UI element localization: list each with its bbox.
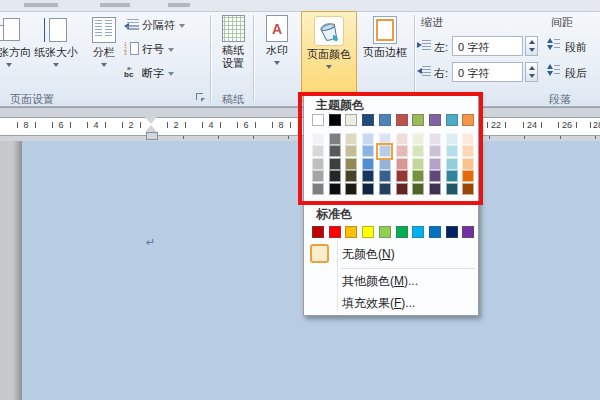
indent-left-input[interactable]: 0 字符 [452,36,523,56]
ruler-tick [122,122,123,128]
page-color-icon [314,16,344,46]
button-label: 稿纸 [222,44,244,57]
cropped-text-remnant [100,3,130,7]
ruler-tab-tick [595,136,596,139]
ruler-number: 28 [590,119,600,131]
ruler-tick [17,122,18,128]
chevron-down-icon [6,63,12,67]
grid-paper-icon [222,15,245,42]
standard-color-swatch[interactable] [329,226,341,238]
page-shadow [13,141,22,400]
button-label: 页面边框 [363,46,407,59]
first-line-indent-marker[interactable] [145,117,157,124]
ruler-tab-tick [218,136,219,139]
standard-color-swatch[interactable] [446,226,458,238]
more-colors-menu-item[interactable]: 其他颜色(M)... [305,270,477,292]
standard-color-swatch[interactable] [312,226,324,238]
ruler-tab-tick [253,136,254,139]
ruler-tick [167,122,168,128]
button-label: 行号 [142,42,164,57]
standard-color-swatch[interactable] [429,226,441,238]
ruler-tick [70,122,71,128]
fill-effects-menu-item[interactable]: 填充效果(F)... [305,292,477,315]
ruler-tick [35,122,36,128]
no-color-menu-item[interactable]: 无颜色(N) [305,241,477,267]
standard-color-swatch[interactable] [345,226,357,238]
columns-button[interactable]: 分栏 [84,13,124,105]
ruler-tab-tick [524,136,525,139]
ruler-tick [523,122,524,128]
hyphenation-button[interactable]: a- bc 断字 [124,63,174,83]
breaks-icon [124,19,139,31]
ruler-tick [487,122,488,128]
ruler-tick [220,122,221,128]
button-label: 分栏 [93,46,115,59]
ruler-number: 2 [168,119,184,131]
ruler-number: 6 [53,119,69,131]
standard-color-swatch[interactable] [412,226,424,238]
chevron-down-icon [168,48,174,52]
chevron-down-icon [179,24,185,28]
ruler-tick [140,122,141,128]
page-orientation-icon [0,16,25,44]
ruler-tick [237,122,238,128]
button-label: 纸张大小 [34,46,78,59]
ruler-tick [541,122,542,128]
ruler-number: 2 [123,119,139,131]
ruler-tick [576,122,577,128]
group-label-grid-paper: 稿纸 [222,92,244,107]
standard-colors-title: 标准色 [316,206,352,223]
word-window: 纸张方向 纸张大小 分栏 [0,0,600,400]
ruler-tab-tick [183,136,184,139]
ruler-tick [87,122,88,128]
left-indent-marker[interactable] [146,132,158,140]
chevron-down-icon [53,63,59,67]
paragraph-mark: ↵ [146,236,155,249]
ruler-tick [105,122,106,128]
indent-right-input[interactable]: 0 字符 [452,62,523,82]
ruler-tick [255,122,256,128]
hanging-indent-marker[interactable] [145,125,157,132]
watermark-icon: A [266,15,288,42]
menu-separator [341,268,475,269]
ruler-tick [185,122,186,128]
line-numbers-icon: 1 2 3 [124,42,139,56]
chevron-down-icon [101,63,107,67]
button-label: 设置 [222,57,244,70]
indent-right-spinner[interactable] [525,62,538,82]
ruler-number: 8 [273,119,289,131]
page-setup-dialog-launcher[interactable] [195,92,206,103]
cropped-text-remnant [24,3,58,7]
button-label: 纸张方向 [0,46,31,59]
ruler-tick [590,122,591,128]
ruler-number: 8 [18,119,34,131]
button-label: 水印 [266,44,288,57]
columns-icon [92,16,116,44]
button-label: 页面颜色 [307,48,351,61]
standard-color-swatch[interactable] [462,226,474,238]
breaks-button[interactable]: 分隔符 [124,15,185,35]
paper-size-icon [41,16,71,44]
button-label: 断字 [142,66,164,81]
page-color-button[interactable]: 页面颜色 [301,11,357,102]
ruler-tick [52,122,53,128]
standard-color-swatch[interactable] [396,226,408,238]
line-numbers-button[interactable]: 1 2 3 行号 [124,39,174,59]
group-separator [253,15,254,102]
ruler-number: 4 [203,119,219,131]
ruler-tab-tick [560,136,561,139]
button-label: 分隔符 [142,18,175,33]
group-label-page-setup: 页面设置 [10,92,54,107]
ruler-tick [505,122,506,128]
indent-left-spinner[interactable] [525,36,538,56]
standard-color-swatch[interactable] [362,226,374,238]
annotation-rectangle [298,92,483,205]
no-color-swatch-icon [310,244,329,263]
ruler-tab-tick [489,136,490,139]
ruler-number: 24 [524,119,540,131]
ruler-number: 22 [488,119,504,131]
standard-color-swatch[interactable] [379,226,391,238]
ruler-tick [272,122,273,128]
chevron-down-icon [274,61,280,65]
watermark-button[interactable]: A 水印 [256,13,298,105]
